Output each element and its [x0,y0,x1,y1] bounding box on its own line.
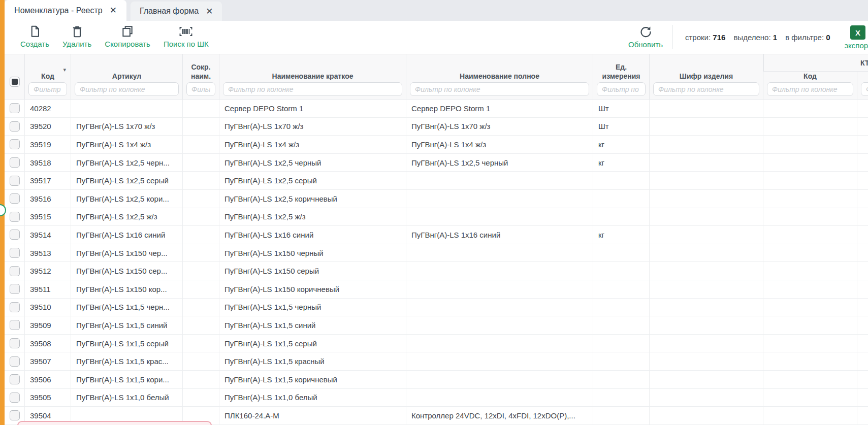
column-filter-input-abbr[interactable] [186,82,215,96]
table-row[interactable]: 39511ПуГВнг(А)-LS 1х150 кор...ПуГВнг(А)-… [5,280,868,299]
cell-ktru_extra [857,280,868,298]
cell-code: 39507 [25,352,71,370]
row-checkbox[interactable] [10,284,20,294]
column-filter-input-code[interactable] [28,82,67,96]
column-filter-input-article[interactable] [75,82,179,96]
cell-select [5,100,25,117]
column-filter-input-cipher[interactable] [653,82,759,96]
cell-article: ПуГВнг(А)-LS 1х150 кор... [71,280,183,298]
cell-select [5,316,25,334]
table-row[interactable]: 39512ПуГВнг(А)-LS 1х150 сер...ПуГВнг(А)-… [5,262,868,280]
row-checkbox[interactable] [10,103,20,113]
cell-unit [593,389,650,407]
table-row[interactable]: 39519ПуГВнг(А)-LS 1х4 ж/зПуГВнг(А)-LS 1х… [5,136,868,154]
row-checkbox[interactable] [10,374,20,384]
table-row[interactable]: 39509ПуГВнг(А)-LS 1х1,5 синийПуГВнг(А)-L… [5,316,868,335]
row-checkbox[interactable] [10,193,20,204]
row-checkbox[interactable] [10,121,20,132]
table-row[interactable]: 39510ПуГВнг(А)-LS 1х1,5 черн...ПуГВнг(А)… [5,299,868,317]
create-button-label: Создать [20,40,49,48]
cell-article: ПуГВнг(А)-LS 1х1,5 синий [71,316,183,334]
row-checkbox[interactable] [10,266,20,276]
table-row[interactable]: 39506ПуГВнг(А)-LS 1х1,5 кори...ПуГВнг(А)… [5,371,868,389]
table-row[interactable]: 39513ПуГВнг(А)-LS 1х150 чер...ПуГВнг(А)-… [5,244,868,263]
table-body: 40282Сервер DEPO Storm 1Сервер DEPO Stor… [5,100,868,425]
row-checkbox[interactable] [10,230,20,240]
row-checkbox[interactable] [10,176,20,186]
table-row[interactable]: 40282Сервер DEPO Storm 1Сервер DEPO Stor… [5,100,868,118]
cell-name_short: ПуГВнг(А)-LS 1х1,0 белый [219,389,406,407]
sort-desc-icon[interactable]: ▾ [63,67,66,73]
tab-label: Номенклатура - Реестр [14,6,103,15]
cell-code: 39508 [25,335,71,352]
column-filter-input-unit[interactable] [597,82,646,96]
column-header-name_short[interactable]: Наименование краткое [219,54,406,99]
row-checkbox[interactable] [10,320,20,330]
cell-cipher [650,299,763,316]
tab-main-form[interactable]: Главная форма ✕ [131,2,222,21]
cell-cipher [650,118,763,136]
refresh-button[interactable]: Обновить [620,24,671,50]
copy-button[interactable]: Скопировать [98,24,157,49]
table-row[interactable]: 39515ПуГВнг(А)-LS 1х2,5 ж/зПуГВнг(А)-LS … [5,208,868,226]
row-checkbox[interactable] [10,338,20,348]
row-checkbox[interactable] [10,248,20,258]
cell-unit [593,172,650,189]
cell-name_full [406,352,593,370]
cell-select [5,335,25,352]
select-all-checkbox[interactable] [10,77,20,87]
row-checkbox[interactable] [10,393,20,403]
close-icon[interactable]: ✕ [110,6,117,15]
cell-cipher [650,407,763,424]
column-header-unit[interactable]: Ед. измерения [593,54,650,99]
cell-code: 39505 [25,389,71,407]
table-row[interactable]: 39517ПуГВнг(А)-LS 1х2,5 серыйПуГВнг(А)-L… [5,172,868,190]
cell-code: 39520 [25,118,71,136]
cell-abbr [183,299,219,316]
row-checkbox[interactable] [10,410,20,420]
cell-name_short: ПуГВнг(А)-LS 1х2,5 черный [219,154,406,172]
close-icon[interactable]: ✕ [206,7,213,16]
tab-nomenclature-registry[interactable]: Номенклатура - Реестр ✕ [5,0,126,21]
ktru-group-header: КТРУ [763,54,868,72]
delete-button-label: Удалить [62,40,91,48]
create-button[interactable]: Создать [14,24,56,49]
column-header-abbr[interactable]: Сокр. наим. [183,54,219,99]
delete-button[interactable]: Удалить [56,24,98,49]
cell-code: 39518 [25,154,71,172]
cell-name_short: ПуГВнг(А)-LS 1х70 ж/з [219,118,406,136]
column-header-article[interactable]: Артикул [71,54,183,99]
table-row[interactable]: 39505ПуГВнг(А)-LS 1х1,0 белыйПуГВнг(А)-L… [5,389,868,407]
table-row[interactable]: 39508ПуГВнг(А)-LS 1х1,5 серыйПуГВнг(А)-L… [5,335,868,353]
table-row[interactable]: 39507ПуГВнг(А)-LS 1х1,5 крас...ПуГВнг(А)… [5,352,868,371]
cell-ktru_extra [857,244,868,262]
cell-select [5,280,25,298]
table-row[interactable]: 39514ПуГВнг(А)-LS 1х16 синийПуГВнг(А)-LS… [5,226,868,244]
cell-article: ПуГВнг(А)-LS 1х2,5 кори... [71,190,183,208]
row-checkbox[interactable] [10,302,20,312]
column-filter-input-name_full[interactable] [410,82,589,96]
table-row[interactable]: 39516ПуГВнг(А)-LS 1х2,5 кори...ПуГВнг(А)… [5,190,868,208]
cell-ktru_extra [857,371,868,388]
cell-abbr [183,280,219,298]
column-label: Шифр изделия [650,72,763,81]
cell-unit [593,190,650,208]
row-checkbox[interactable] [10,139,20,149]
column-header-name_full[interactable]: Наименование полное [406,54,593,99]
table-row[interactable]: 39520ПуГВнг(А)-LS 1х70 ж/зПуГВнг(А)-LS 1… [5,118,868,136]
column-filter-input-name_short[interactable] [223,82,402,96]
column-header-cipher[interactable]: Шифр изделия [650,54,763,99]
column-header-code[interactable]: ▾Код [25,54,71,99]
column-filter-input-ktru_code[interactable] [767,82,853,96]
cell-abbr [183,389,219,407]
row-checkbox[interactable] [10,157,20,168]
cell-ktru_extra [857,407,868,424]
table-row[interactable]: 39518ПуГВнг(А)-LS 1х2,5 черн...ПуГВнг(А)… [5,154,868,172]
row-checkbox[interactable] [10,356,20,367]
column-filter-input-ktru_extra[interactable] [861,82,868,96]
excel-export-button[interactable]: X экспорт [844,25,868,50]
cell-select [5,352,25,370]
barcode-search-button[interactable]: Поиск по ШК [157,24,215,49]
trash-icon [71,25,84,40]
row-checkbox[interactable] [10,212,20,222]
